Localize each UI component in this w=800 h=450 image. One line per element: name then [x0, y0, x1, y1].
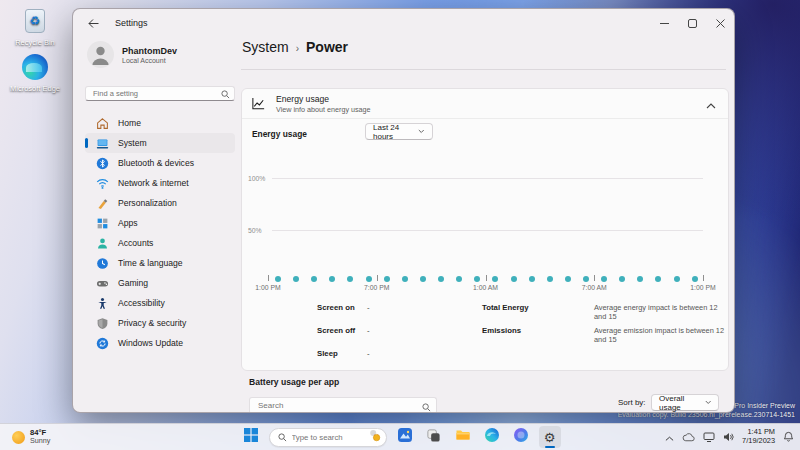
- window-title: Settings: [115, 18, 148, 28]
- energy-stats-right: Total EnergyAverage energy impact is bet…: [482, 303, 729, 349]
- sidebar-item-windows-update[interactable]: Windows Update: [85, 333, 235, 353]
- network-icon[interactable]: [703, 428, 715, 446]
- sidebar-search-input[interactable]: [85, 86, 235, 101]
- battery-search: [249, 394, 437, 413]
- stat-label: Screen off: [317, 326, 367, 340]
- sidebar-item-apps[interactable]: Apps: [85, 213, 235, 233]
- stat-label: Sleep: [317, 349, 367, 363]
- battery-usage-heading: Battery usage per app: [249, 377, 339, 387]
- chart-point: [547, 276, 553, 282]
- search-icon: [278, 428, 287, 446]
- chart-point: [311, 276, 317, 282]
- sidebar-item-network-internet[interactable]: Network & internet: [85, 173, 235, 193]
- time-range-value: Last 24 hours: [373, 123, 418, 141]
- settings-window: Settings PhantomDev Local Account HomeSy…: [72, 8, 735, 413]
- active-app-indicator: [545, 446, 555, 449]
- sidebar-item-privacy-security[interactable]: Privacy & security: [85, 313, 235, 333]
- taskbar-search-input[interactable]: [292, 433, 364, 442]
- energy-card-subtitle: View info about energy usage: [276, 105, 371, 114]
- copilot-button[interactable]: [510, 426, 532, 448]
- avatar: [87, 41, 114, 68]
- chart-point: [456, 276, 462, 282]
- breadcrumb-power: Power: [306, 39, 348, 55]
- tray-chevron-up-icon[interactable]: [665, 428, 674, 446]
- chart-point: [529, 276, 535, 282]
- sidebar-item-time-language[interactable]: Time & language: [85, 253, 235, 273]
- notification-bell-icon[interactable]: [783, 428, 794, 446]
- energy-card-header[interactable]: Energy usage View info about energy usag…: [242, 89, 728, 119]
- x-axis-tick: [703, 275, 704, 281]
- accessibility-icon: [96, 297, 109, 310]
- sidebar-item-label: Privacy & security: [118, 318, 186, 328]
- search-icon: [221, 85, 230, 103]
- start-button[interactable]: [240, 426, 262, 448]
- sidebar-item-home[interactable]: Home: [85, 113, 235, 133]
- task-view-button[interactable]: [423, 426, 445, 448]
- x-axis-tick-label: 1:00 AM: [473, 284, 498, 291]
- y-axis-label-100: 100%: [248, 175, 268, 182]
- sort-by-dropdown[interactable]: Overall usage: [651, 394, 719, 411]
- desktop-icon-recycle-bin[interactable]: ♻ Recycle Bin: [6, 6, 64, 47]
- sidebar-item-label: Time & language: [118, 258, 183, 268]
- selected-indicator: [85, 138, 88, 148]
- taskbar-search-box[interactable]: [269, 428, 387, 447]
- chart-point: [384, 276, 390, 282]
- update-icon: [96, 337, 109, 350]
- sidebar-item-accessibility[interactable]: Accessibility: [85, 293, 235, 313]
- edge-icon: [20, 52, 50, 82]
- stat-label: Total Energy: [482, 303, 594, 321]
- close-button[interactable]: [706, 9, 734, 37]
- tray-date: 7/19/2023: [742, 437, 775, 446]
- energy-card-body: Energy usage Last 24 hours 100% 50% 1:00…: [242, 119, 728, 371]
- widgets-weather-button[interactable]: 84°F Sunny: [8, 424, 54, 450]
- breadcrumb-system[interactable]: System: [242, 39, 289, 55]
- onedrive-cloud-icon[interactable]: [682, 428, 695, 446]
- sidebar-item-personalization[interactable]: Personalization: [85, 193, 235, 213]
- time-range-dropdown[interactable]: Last 24 hours: [365, 123, 433, 140]
- taskbar-photos-button[interactable]: [394, 426, 416, 448]
- sidebar-item-accounts[interactable]: Accounts: [85, 233, 235, 253]
- tray-clock[interactable]: 1:41 PM 7/19/2023: [742, 428, 775, 445]
- chart-point: [293, 276, 299, 282]
- sidebar-item-label: Personalization: [118, 198, 177, 208]
- settings-taskbar-button[interactable]: ⚙: [539, 426, 561, 448]
- chart-point: [674, 276, 680, 282]
- account-row[interactable]: PhantomDev Local Account: [85, 41, 235, 68]
- account-type: Local Account: [122, 57, 177, 64]
- bluetooth-icon: [96, 157, 109, 170]
- weather-condition: Sunny: [30, 437, 50, 445]
- back-button[interactable]: [79, 12, 107, 34]
- gaming-icon: [96, 277, 109, 290]
- sidebar-item-system[interactable]: System: [85, 133, 235, 153]
- minimize-button[interactable]: [650, 9, 678, 37]
- edge-button[interactable]: [481, 426, 503, 448]
- volume-icon[interactable]: [723, 428, 734, 446]
- breadcrumb-separator-icon: ›: [296, 43, 299, 54]
- stat-value: Average energy impact is between 12 and …: [594, 303, 729, 321]
- chart-point: [511, 276, 517, 282]
- chevron-up-icon[interactable]: [706, 95, 716, 113]
- maximize-button[interactable]: [678, 9, 706, 37]
- x-axis-tick: [594, 275, 595, 281]
- desktop-icon-microsoft-edge[interactable]: Microsoft Edge: [6, 52, 64, 93]
- energy-usage-label: Energy usage: [252, 129, 307, 139]
- chart-point: [637, 276, 643, 282]
- photos-icon: [397, 427, 413, 447]
- window-titlebar[interactable]: Settings: [73, 9, 734, 37]
- sidebar-item-label: Accessibility: [118, 298, 165, 308]
- file-explorer-button[interactable]: [452, 426, 474, 448]
- chart-point: [601, 276, 607, 282]
- sidebar-item-bluetooth-devices[interactable]: Bluetooth & devices: [85, 153, 235, 173]
- system-icon: [96, 137, 109, 150]
- sidebar-item-label: Network & internet: [118, 178, 189, 188]
- sidebar-item-label: Accounts: [118, 238, 153, 248]
- edge-icon: [484, 427, 500, 447]
- file-explorer-icon: [455, 427, 471, 447]
- x-axis-tick: [268, 275, 269, 281]
- battery-search-input[interactable]: [249, 397, 437, 413]
- sidebar-item-gaming[interactable]: Gaming: [85, 273, 235, 293]
- chart-point: [366, 276, 372, 282]
- stat-row-sleep: Sleep-: [317, 349, 370, 363]
- search-highlight-medal-icon: [369, 428, 382, 446]
- energy-usage-chart: 100% 50% 1:00 PM7:00 PM1:00 AM7:00 AM1:0…: [248, 159, 706, 299]
